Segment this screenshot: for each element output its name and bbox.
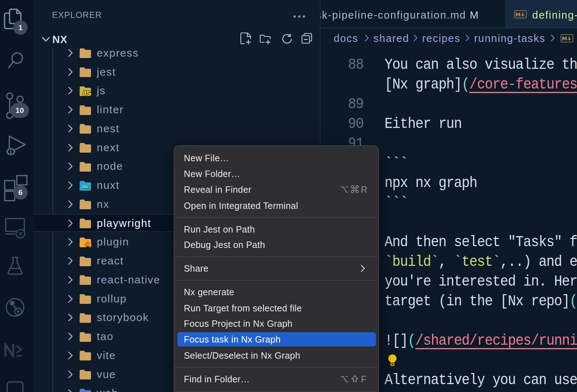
svg-text:JS: JS bbox=[82, 89, 91, 96]
